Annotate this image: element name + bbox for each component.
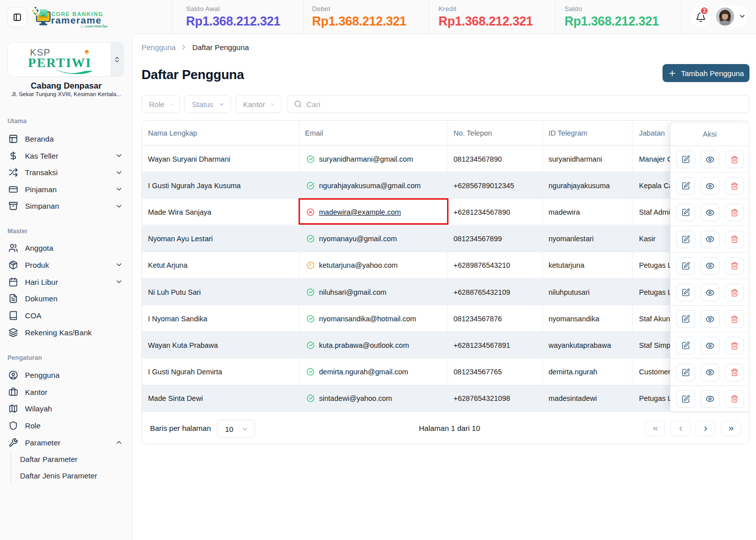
svg-text:by: by bbox=[80, 25, 84, 28]
svg-text:COOP PERTIWI: COOP PERTIWI bbox=[84, 25, 108, 28]
